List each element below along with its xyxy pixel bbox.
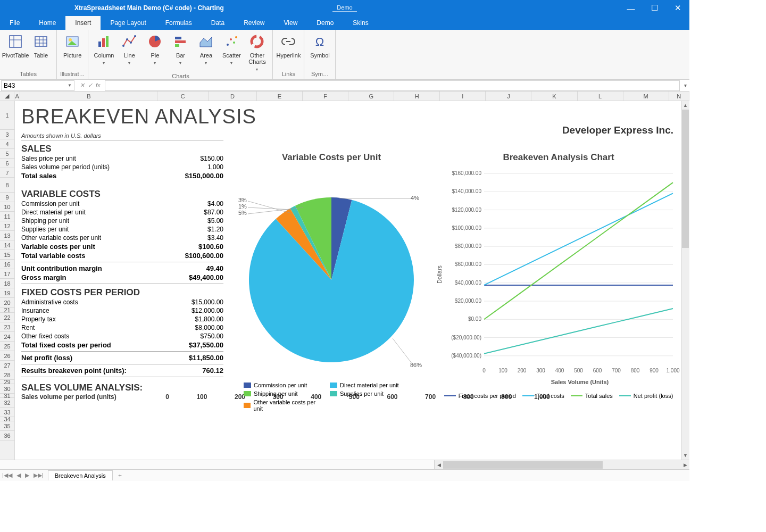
- bar-button[interactable]: Bar▾: [168, 32, 193, 66]
- col-header[interactable]: B: [20, 92, 157, 101]
- row-header[interactable]: 24: [0, 332, 14, 342]
- row-header[interactable]: 13: [0, 231, 14, 240]
- col-header[interactable]: C: [157, 92, 209, 101]
- row-header[interactable]: 9: [0, 193, 14, 202]
- col-header[interactable]: F: [303, 92, 348, 101]
- row-header[interactable]: 27: [0, 361, 14, 370]
- scroll-right-button[interactable]: ▶: [681, 460, 689, 470]
- hscroll-thumb[interactable]: [443, 461, 603, 469]
- pivottable-button[interactable]: PivotTable: [3, 32, 28, 60]
- scroll-left-button[interactable]: ◀: [435, 460, 443, 470]
- tab-file[interactable]: File: [0, 16, 29, 30]
- pivottable-icon: [7, 33, 24, 50]
- row-header[interactable]: 19: [0, 288, 14, 298]
- fx-button[interactable]: fx: [96, 82, 101, 89]
- formula-input[interactable]: [105, 80, 680, 91]
- scroll-thumb[interactable]: [682, 110, 689, 248]
- col-header[interactable]: G: [348, 92, 394, 101]
- row-header[interactable]: 17: [0, 269, 14, 279]
- svg-text:900: 900: [650, 368, 659, 373]
- name-box[interactable]: B43 ▼: [1, 80, 74, 91]
- col-header[interactable]: J: [486, 92, 531, 101]
- picture-button[interactable]: Picture: [60, 32, 85, 60]
- col-header[interactable]: A: [14, 92, 21, 101]
- tab-data[interactable]: Data: [202, 16, 234, 30]
- symbol-icon: Ω: [311, 33, 328, 50]
- sheet-nav-last[interactable]: ▶▶|: [31, 472, 46, 479]
- table-button[interactable]: Table: [29, 32, 53, 60]
- horizontal-scrollbar[interactable]: ◀ ▶: [0, 460, 689, 469]
- tab-review[interactable]: Review: [234, 16, 274, 30]
- minimize-button[interactable]: —: [619, 0, 643, 16]
- chevron-down-icon[interactable]: ▼: [68, 83, 72, 88]
- hyperlink-button[interactable]: Hyperlink: [276, 32, 301, 60]
- row-header[interactable]: 23: [0, 322, 14, 332]
- row-header[interactable]: 6: [0, 159, 14, 168]
- row-header[interactable]: 18: [0, 279, 14, 288]
- row-header[interactable]: 14: [0, 240, 14, 250]
- tab-skins[interactable]: Skins: [343, 16, 378, 30]
- row-header[interactable]: 25: [0, 342, 14, 351]
- select-all-corner[interactable]: ◢: [0, 92, 14, 101]
- row-header[interactable]: 3: [0, 130, 14, 139]
- line-button[interactable]: Line▾: [117, 32, 141, 66]
- col-header[interactable]: D: [209, 92, 257, 101]
- other-charts-button[interactable]: OtherCharts▾: [245, 32, 269, 73]
- maximize-button[interactable]: ☐: [643, 0, 666, 16]
- col-header[interactable]: M: [623, 92, 669, 101]
- svg-text:$140,000.00: $140,000.00: [452, 188, 481, 194]
- row-header[interactable]: 4: [0, 139, 14, 149]
- row-header[interactable]: 1: [0, 101, 14, 130]
- row-header[interactable]: 31: [0, 394, 14, 398]
- area-button[interactable]: Area▾: [194, 32, 218, 66]
- sheet-tab[interactable]: Breakeven Analysis: [48, 470, 113, 480]
- sheet-nav-prev[interactable]: ◀: [14, 472, 23, 479]
- row-header[interactable]: 8: [0, 178, 14, 193]
- column-button[interactable]: Column▾: [91, 32, 116, 66]
- row-header[interactable]: 32: [0, 398, 14, 408]
- col-header[interactable]: H: [394, 92, 440, 101]
- sheet-nav-first[interactable]: |◀◀: [0, 472, 14, 479]
- tab-formulas[interactable]: Formulas: [156, 16, 202, 30]
- scroll-down-button[interactable]: ▼: [681, 451, 689, 460]
- row-header[interactable]: 10: [0, 202, 14, 212]
- col-header[interactable]: I: [440, 92, 486, 101]
- accept-formula-button[interactable]: ✓: [88, 82, 93, 89]
- tab-insert[interactable]: Insert: [65, 16, 101, 30]
- add-sheet-button[interactable]: ＋: [113, 471, 127, 479]
- vertical-scrollbar[interactable]: ▲ ▼: [681, 101, 689, 460]
- col-header[interactable]: N: [669, 92, 689, 101]
- row-header[interactable]: 15: [0, 250, 14, 260]
- col-header[interactable]: K: [531, 92, 577, 101]
- row-header[interactable]: 11: [0, 212, 14, 221]
- row-header[interactable]: 34: [0, 417, 14, 421]
- row-header[interactable]: 36: [0, 431, 14, 440]
- cells-area[interactable]: BREAKEVEN ANALYSIS Developer Express Inc…: [15, 101, 689, 460]
- col-header[interactable]: L: [578, 92, 623, 101]
- tab-demo[interactable]: Demo: [307, 16, 343, 30]
- symbol-button[interactable]: ΩSymbol: [307, 32, 332, 60]
- scatter-button[interactable]: Scatter▾: [219, 32, 244, 66]
- row-header[interactable]: 26: [0, 351, 14, 361]
- close-button[interactable]: ✕: [666, 0, 689, 16]
- pie-button[interactable]: Pie▾: [143, 32, 167, 66]
- sheet-nav-next[interactable]: ▶: [23, 472, 31, 479]
- row-header[interactable]: 22: [0, 313, 14, 322]
- row-header[interactable]: 35: [0, 421, 14, 431]
- svg-text:$0.00: $0.00: [468, 316, 481, 322]
- scroll-up-button[interactable]: ▲: [681, 101, 689, 110]
- row-header[interactable]: 16: [0, 260, 14, 269]
- row-header[interactable]: 29: [0, 380, 14, 384]
- row-header[interactable]: 7: [0, 168, 14, 178]
- row-header[interactable]: 20: [0, 298, 14, 307]
- row-header[interactable]: 21: [0, 307, 14, 313]
- row-header[interactable]: 5: [0, 149, 14, 159]
- tab-view[interactable]: View: [274, 16, 307, 30]
- formula-expand-button[interactable]: ▾: [681, 82, 689, 88]
- tab-home[interactable]: Home: [29, 16, 65, 30]
- row-header[interactable]: 12: [0, 221, 14, 231]
- cancel-formula-button[interactable]: ✕: [80, 82, 85, 89]
- svg-point-24: [235, 36, 237, 38]
- tab-page-layout[interactable]: Page Layout: [101, 16, 155, 30]
- col-header[interactable]: E: [257, 92, 303, 101]
